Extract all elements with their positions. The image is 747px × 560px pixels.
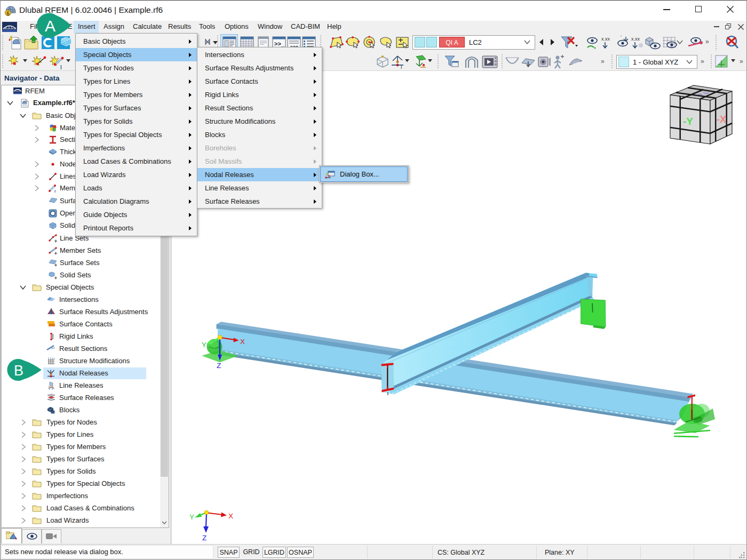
svg-text:-Y: -Y (683, 116, 693, 127)
svg-text:Z: Z (202, 534, 206, 542)
svg-text:x.xx: x.xx (631, 36, 640, 42)
svg-text:Y: Y (202, 341, 206, 349)
svg-text:-X: -X (717, 114, 726, 125)
svg-text:X: X (228, 512, 233, 520)
svg-text:6: 6 (6, 11, 10, 17)
svg-text:X: X (240, 338, 245, 346)
svg-text:Y: Y (189, 513, 194, 521)
svg-text:Z: Z (217, 362, 221, 370)
svg-text:B: B (14, 363, 23, 379)
svg-text:I: I (401, 65, 402, 69)
svg-text:I: I (60, 65, 62, 70)
svg-text:>>_: >>_ (274, 41, 285, 47)
svg-text:I: I (54, 189, 55, 193)
svg-text:x.xx: x.xx (601, 36, 610, 42)
svg-text:A: A (45, 17, 55, 35)
